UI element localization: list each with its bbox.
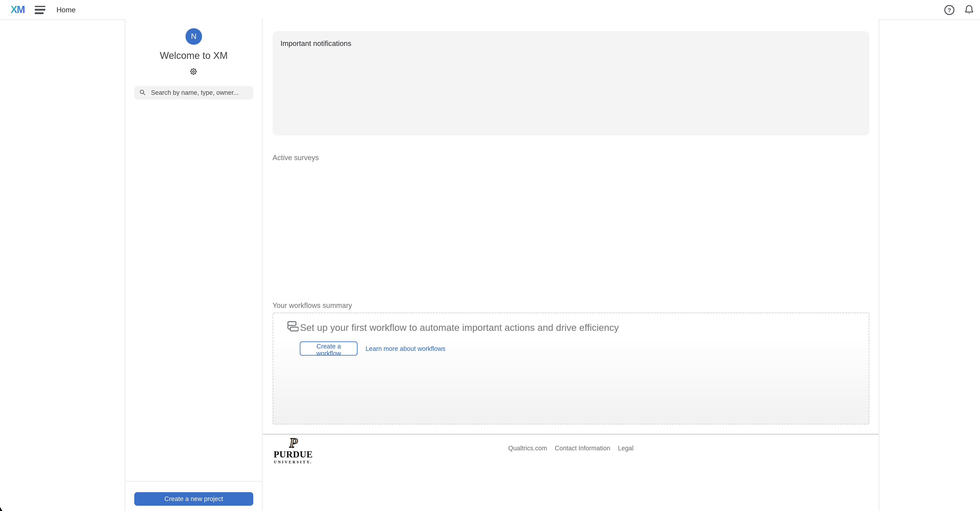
- top-bar: XM Home ?: [0, 0, 980, 20]
- sidebar-divider: [126, 481, 262, 482]
- workflow-empty-state: Set up your first workflow to automate i…: [272, 313, 869, 424]
- avatar[interactable]: N: [186, 28, 202, 44]
- workflow-headline: Set up your first workflow to automate i…: [300, 322, 619, 333]
- workflow-icon: [286, 320, 298, 332]
- workflows-summary-label: Your workflows summary: [272, 301, 352, 309]
- question-circle-icon: ?: [943, 4, 955, 16]
- main-content: Important notifications Active surveys Y…: [263, 19, 879, 511]
- search-input[interactable]: [150, 89, 248, 97]
- create-new-project-button[interactable]: Create a new project: [134, 492, 253, 506]
- purdue-university-text: UNIVERSITY.: [274, 460, 313, 464]
- important-notifications-panel: Important notifications: [272, 31, 869, 136]
- bell-icon: [963, 4, 975, 15]
- project-search[interactable]: [134, 86, 253, 100]
- app-root: XM Home ? N Welcome to XM: [0, 0, 980, 511]
- notifications-title: Important notifications: [280, 40, 861, 48]
- xm-logo[interactable]: XM: [11, 5, 25, 15]
- hamburger-menu-icon[interactable]: [35, 6, 45, 14]
- cursor-artifact: [0, 507, 2, 511]
- gear-icon: [189, 67, 198, 76]
- footer-divider: [263, 434, 879, 434]
- topbar-actions: ?: [943, 4, 975, 16]
- help-button[interactable]: ?: [943, 4, 955, 16]
- svg-text:?: ?: [948, 6, 951, 13]
- learn-more-workflows-link[interactable]: Learn more about workflows: [366, 345, 445, 352]
- sidebar: N Welcome to XM Create a new projec: [125, 19, 262, 511]
- footer-link-qualtrics[interactable]: Qualtrics.com: [508, 444, 547, 451]
- settings-button[interactable]: [189, 67, 199, 76]
- search-icon: [139, 89, 146, 96]
- create-workflow-button[interactable]: Create a workflow: [300, 342, 357, 355]
- footer-link-legal[interactable]: Legal: [618, 444, 633, 451]
- welcome-heading: Welcome to XM: [126, 50, 262, 61]
- active-surveys-label: Active surveys: [272, 154, 319, 162]
- footer-links: Qualtrics.com Contact Information Legal: [263, 444, 879, 451]
- page-title: Home: [57, 6, 76, 14]
- notifications-button[interactable]: [963, 4, 975, 16]
- footer-link-contact[interactable]: Contact Information: [555, 444, 610, 451]
